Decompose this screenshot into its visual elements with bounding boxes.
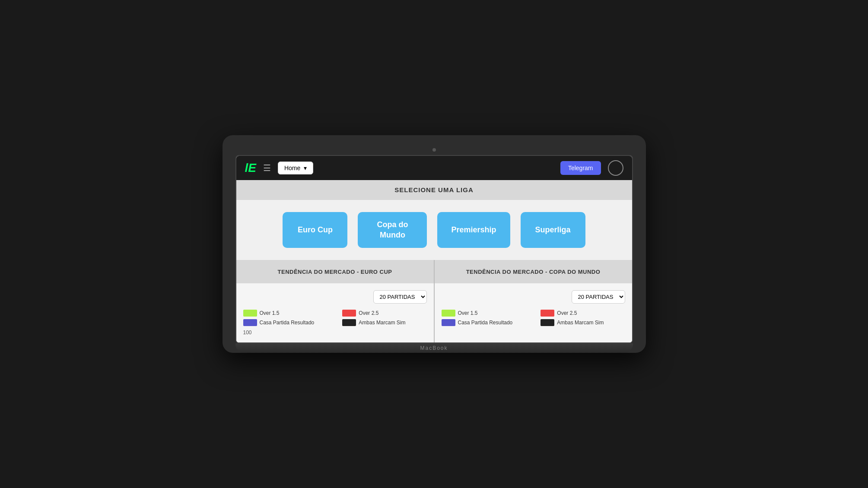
copa-legend-item-over15: Over 1.5	[442, 310, 534, 317]
copa-mundo-panel: TENDÊNCIA DO MERCADO - COPA DO MUNDO 20 …	[435, 260, 632, 342]
euro-cup-panel-content: 20 PARTIDAS 10 PARTIDAS 30 PARTIDAS Over…	[236, 283, 434, 342]
copa-legend-item-ambas: Ambas Marcam Sim	[541, 319, 625, 326]
legend-item-over15: Over 1.5	[243, 310, 336, 317]
casa-label: Casa Partida Resultado	[260, 320, 315, 326]
copa-mundo-panel-title: TENDÊNCIA DO MERCADO - COPA DO MUNDO	[466, 269, 601, 275]
euro-cup-panel: TENDÊNCIA DO MERCADO - EURO CUP 20 PARTI…	[236, 260, 434, 342]
euro-cup-partidas-select[interactable]: 20 PARTIDAS 10 PARTIDAS 30 PARTIDAS	[373, 290, 427, 304]
liga-button-euro-cup[interactable]: Euro Cup	[283, 212, 347, 248]
panels-row: TENDÊNCIA DO MERCADO - EURO CUP 20 PARTI…	[236, 260, 632, 342]
copa-over25-label: Over 2.5	[557, 310, 577, 316]
ambas-color	[342, 319, 356, 326]
laptop-camera	[432, 148, 436, 152]
home-dropdown-label: Home	[284, 165, 300, 171]
copa-over15-label: Over 1.5	[458, 310, 478, 316]
liga-button-premiership[interactable]: Premiership	[437, 212, 510, 248]
app-body: SELECIONE UMA LIGA Euro Cup Copa doMundo…	[236, 180, 632, 342]
hamburger-icon[interactable]: ☰	[263, 163, 271, 173]
copa-legend-item-over25: Over 2.5	[541, 310, 625, 317]
copa-over15-color	[442, 310, 455, 317]
over15-label: Over 1.5	[260, 310, 280, 316]
laptop-base: MacBook	[235, 343, 633, 353]
laptop-frame: lE ☰ Home ▾ Telegram SELECIONE UMA LIGA …	[223, 135, 646, 353]
home-dropdown[interactable]: Home ▾	[278, 162, 313, 174]
over25-label: Over 2.5	[359, 310, 378, 316]
copa-ambas-label: Ambas Marcam Sim	[557, 320, 604, 326]
casa-color	[243, 319, 257, 326]
legend-item-ambas: Ambas Marcam Sim	[342, 319, 426, 326]
chevron-down-icon: ▾	[304, 165, 307, 171]
copa-mundo-panel-header: TENDÊNCIA DO MERCADO - COPA DO MUNDO	[435, 260, 632, 283]
avatar[interactable]	[608, 160, 623, 176]
copa-casa-color	[442, 319, 455, 326]
ambas-label: Ambas Marcam Sim	[359, 320, 405, 326]
copa-mundo-panel-content: 20 PARTIDAS 10 PARTIDAS 30 PARTIDAS Over…	[435, 283, 632, 336]
liga-button-copa-do-mundo[interactable]: Copa doMundo	[358, 212, 427, 248]
copa-mundo-legend: Over 1.5 Over 2.5 Casa Partida Resultado	[442, 310, 625, 326]
legend-item-over25: Over 2.5	[342, 310, 426, 317]
euro-cup-legend: Over 1.5 Over 2.5 Casa Partida Resultado	[243, 310, 427, 326]
laptop-brand-label: MacBook	[420, 345, 448, 351]
legend-item-casa: Casa Partida Resultado	[243, 319, 336, 326]
euro-cup-panel-header: TENDÊNCIA DO MERCADO - EURO CUP	[236, 260, 434, 283]
copa-casa-label: Casa Partida Resultado	[458, 320, 513, 326]
euro-cup-panel-title: TENDÊNCIA DO MERCADO - EURO CUP	[278, 269, 392, 275]
laptop-screen: lE ☰ Home ▾ Telegram SELECIONE UMA LIGA …	[235, 155, 633, 343]
copa-over25-color	[541, 310, 554, 317]
copa-mundo-partidas-select[interactable]: 20 PARTIDAS 10 PARTIDAS 30 PARTIDAS	[572, 290, 625, 304]
liga-buttons-row: Euro Cup Copa doMundo Premiership Superl…	[236, 200, 632, 260]
app-logo: lE	[245, 161, 256, 175]
telegram-button[interactable]: Telegram	[560, 161, 601, 175]
select-liga-bar: SELECIONE UMA LIGA	[236, 180, 632, 200]
over25-color	[342, 310, 356, 317]
over15-color	[243, 310, 257, 317]
copa-mundo-partidas-select-row: 20 PARTIDAS 10 PARTIDAS 30 PARTIDAS	[442, 290, 625, 304]
euro-cup-chart-label: 100	[243, 330, 427, 336]
copa-legend-item-casa: Casa Partida Resultado	[442, 319, 534, 326]
select-liga-title: SELECIONE UMA LIGA	[394, 186, 473, 193]
liga-button-superliga[interactable]: Superliga	[521, 212, 585, 248]
copa-ambas-color	[541, 319, 554, 326]
app-header: lE ☰ Home ▾ Telegram	[236, 156, 632, 180]
euro-cup-partidas-select-row: 20 PARTIDAS 10 PARTIDAS 30 PARTIDAS	[243, 290, 427, 304]
